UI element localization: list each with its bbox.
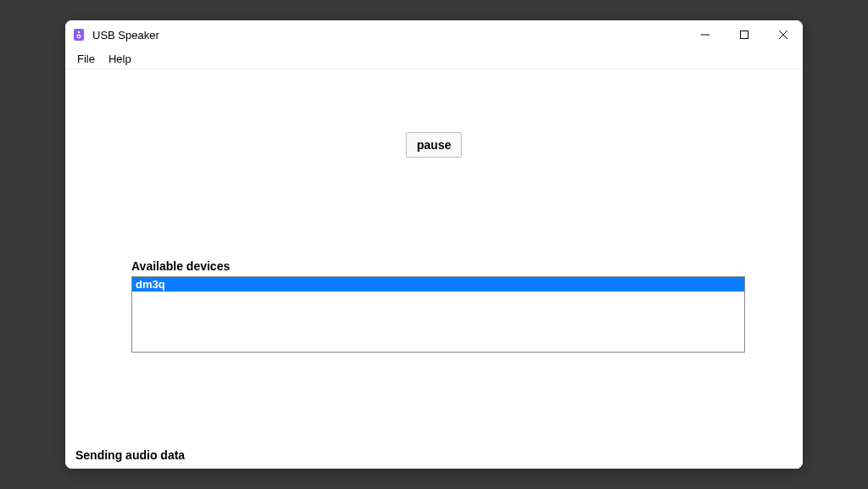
device-item[interactable]: dm3q (132, 277, 744, 292)
window-title: USB Speaker (92, 29, 159, 42)
pause-button[interactable]: pause (406, 132, 462, 158)
speaker-icon (72, 28, 86, 42)
application-window: USB Speaker File Help pause Available de… (65, 20, 803, 469)
menu-file[interactable]: File (70, 53, 102, 65)
window-controls (686, 20, 803, 49)
svg-point-1 (78, 31, 80, 33)
maximize-button[interactable] (725, 20, 764, 49)
status-text: Sending audio data (75, 448, 185, 462)
minimize-button[interactable] (686, 20, 725, 49)
menubar: File Help (65, 49, 803, 69)
svg-point-3 (78, 36, 80, 37)
device-list[interactable]: dm3q (131, 276, 745, 353)
titlebar: USB Speaker (65, 20, 803, 49)
close-button[interactable] (764, 20, 803, 49)
menu-help[interactable]: Help (102, 53, 138, 65)
available-devices-label: Available devices (131, 259, 230, 273)
svg-rect-5 (741, 31, 748, 39)
content-area: pause Available devices dm3q Sending aud… (65, 69, 803, 469)
